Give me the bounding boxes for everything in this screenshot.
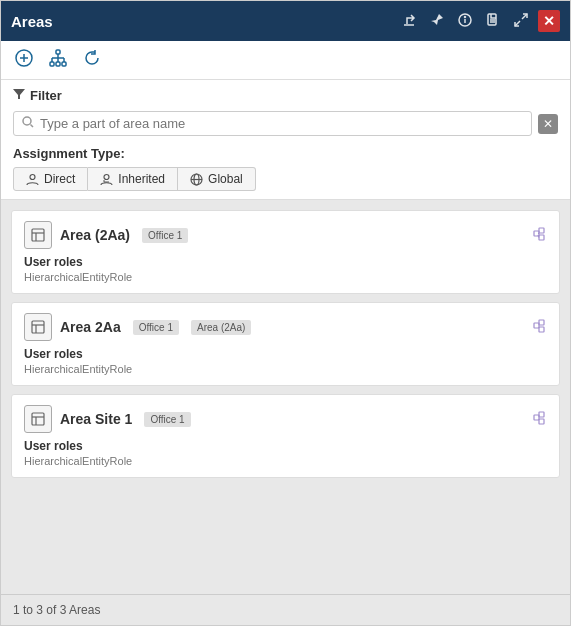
direct-type-button[interactable]: Direct [13, 167, 88, 191]
hierarchy-button[interactable] [45, 47, 71, 73]
card-action-icon[interactable] [531, 318, 547, 337]
refresh-button[interactable] [79, 47, 105, 73]
global-type-button[interactable]: Global [178, 167, 256, 191]
svg-rect-28 [32, 229, 44, 241]
export-button[interactable] [398, 11, 420, 32]
svg-rect-32 [539, 228, 544, 233]
svg-rect-41 [539, 327, 544, 332]
svg-rect-39 [534, 323, 539, 328]
role-title: User roles [24, 347, 547, 361]
filter-icon [13, 88, 25, 103]
card-header-left: Area 2Aa Office 1 Area (2Aa) [24, 313, 251, 341]
type-buttons: Direct Inherited Global [13, 167, 558, 191]
area-name: Area Site 1 [60, 411, 132, 427]
svg-rect-42 [32, 413, 44, 425]
area-card: Area 2Aa Office 1 Area (2Aa) User roles … [11, 302, 560, 386]
card-header: Area 2Aa Office 1 Area (2Aa) [24, 313, 547, 341]
svg-rect-13 [56, 62, 60, 66]
area-name: Area (2Aa) [60, 227, 130, 243]
card-action-icon[interactable] [531, 410, 547, 429]
clear-search-button[interactable]: ✕ [538, 114, 558, 134]
filter-header: Filter [13, 88, 558, 103]
role-type: HierarchicalEntityRole [24, 271, 547, 283]
area-name: Area 2Aa [60, 319, 121, 335]
svg-point-21 [23, 117, 31, 125]
svg-rect-36 [32, 321, 44, 333]
filter-label: Filter [30, 88, 62, 103]
card-header-left: Area (2Aa) Office 1 [24, 221, 188, 249]
title-bar-actions: ✕ [398, 10, 560, 32]
info-button[interactable] [454, 11, 476, 32]
title-bar: Areas [1, 1, 570, 41]
expand-button[interactable] [510, 11, 532, 32]
main-window: Areas [0, 0, 571, 626]
close-button[interactable]: ✕ [538, 10, 560, 32]
svg-rect-40 [539, 320, 544, 325]
role-title: User roles [24, 439, 547, 453]
svg-point-2 [465, 16, 466, 17]
area-badge: Office 1 [144, 412, 190, 427]
card-action-icon[interactable] [531, 226, 547, 245]
card-header: Area (2Aa) Office 1 [24, 221, 547, 249]
card-header-left: Area Site 1 Office 1 [24, 405, 191, 433]
card-header: Area Site 1 Office 1 [24, 405, 547, 433]
search-input[interactable] [40, 116, 523, 131]
svg-rect-11 [56, 50, 60, 54]
area-badge: Office 1 [133, 320, 179, 335]
pdf-button[interactable] [482, 11, 504, 32]
svg-rect-47 [539, 419, 544, 424]
search-input-wrapper [13, 111, 532, 136]
toolbar [1, 41, 570, 80]
inherited-type-button[interactable]: Inherited [88, 167, 178, 191]
svg-line-22 [31, 125, 34, 128]
add-button[interactable] [11, 47, 37, 73]
svg-marker-20 [13, 89, 25, 99]
area-badge: Office 1 [142, 228, 188, 243]
svg-rect-12 [50, 62, 54, 66]
search-row: ✕ [13, 111, 558, 136]
role-type: HierarchicalEntityRole [24, 363, 547, 375]
content-area: Area (2Aa) Office 1 User roles Hierarchi… [1, 200, 570, 594]
svg-rect-46 [539, 412, 544, 417]
inherited-type-label: Inherited [118, 172, 165, 186]
role-type: HierarchicalEntityRole [24, 455, 547, 467]
svg-point-23 [30, 174, 35, 179]
svg-rect-14 [62, 62, 66, 66]
footer: 1 to 3 of 3 Areas [1, 594, 570, 625]
area-icon [24, 405, 52, 433]
pagination-text: 1 to 3 of 3 Areas [13, 603, 100, 617]
assignment-type-label: Assignment Type: [13, 146, 558, 161]
area-badge-2: Area (2Aa) [191, 320, 251, 335]
svg-rect-33 [539, 235, 544, 240]
global-type-label: Global [208, 172, 243, 186]
area-icon [24, 221, 52, 249]
search-icon [22, 116, 34, 131]
window-title: Areas [11, 13, 53, 30]
area-card: Area Site 1 Office 1 User roles Hierarch… [11, 394, 560, 478]
area-icon [24, 313, 52, 341]
pin-button[interactable] [426, 11, 448, 32]
svg-point-24 [104, 174, 109, 179]
direct-type-label: Direct [44, 172, 75, 186]
role-title: User roles [24, 255, 547, 269]
area-card: Area (2Aa) Office 1 User roles Hierarchi… [11, 210, 560, 294]
filter-section: Filter ✕ Assignment Type: [1, 80, 570, 200]
svg-rect-45 [534, 415, 539, 420]
